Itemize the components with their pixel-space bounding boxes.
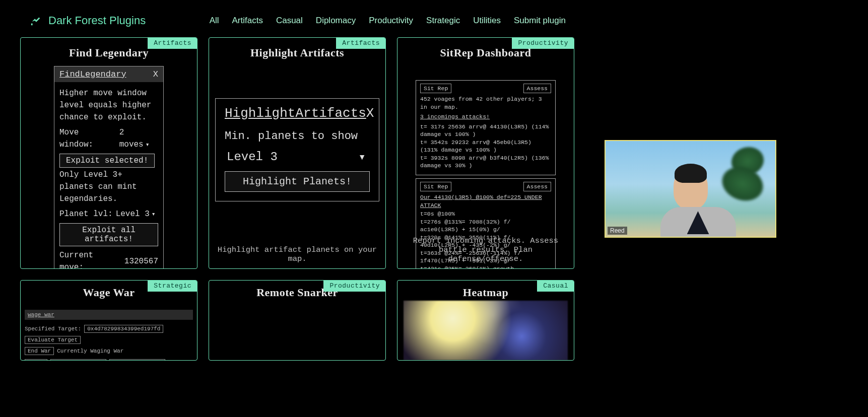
level-select[interactable]: Level 3 ▾ xyxy=(225,143,370,171)
tab-target-priority[interactable]: Target Priority xyxy=(50,359,106,361)
planet-lvl-label: Planet lvl: xyxy=(59,208,113,220)
speaker-figure xyxy=(660,168,721,238)
svg-rect-0 xyxy=(31,24,33,26)
move-window-label: Move window: xyxy=(59,126,116,151)
card-wage-war[interactable]: Strategic Wage War wage war Specified Ta… xyxy=(20,280,197,361)
nav-utilities[interactable]: Utilities xyxy=(473,16,501,26)
assess-button[interactable]: Assess xyxy=(523,84,551,94)
nav-all[interactable]: All xyxy=(210,16,219,26)
level-value: Level 3 xyxy=(227,150,278,164)
sitrep-button[interactable]: Sit Rep xyxy=(420,84,451,94)
nav-submit[interactable]: Submit plugin xyxy=(514,16,566,26)
war-status: Currently Waging War xyxy=(57,348,123,354)
move-window-row: Move window: 2 moves xyxy=(59,126,158,151)
sitrep-line: t= 3932s 8098 arrv@ b3f40(L2R5) (136% da… xyxy=(420,154,551,170)
logo-icon xyxy=(30,15,41,26)
wage-war-header: wage war xyxy=(25,310,193,320)
evaluate-target-button[interactable]: Evaluate Target xyxy=(25,336,81,344)
plugin-window-body: Min. planets to show Level 3 ▾ Highlight… xyxy=(216,125,379,201)
wage-war-body: wage war Specified Target: 0x4d782998343… xyxy=(25,310,193,361)
target-label: Specified Target: xyxy=(25,326,81,332)
tabs-row: Stats Target Priority My Participants xyxy=(25,359,193,361)
brand[interactable]: Dark Forest Plugins xyxy=(30,14,146,27)
chevron-down-icon: ▾ xyxy=(359,150,366,164)
brand-text: Dark Forest Plugins xyxy=(48,14,146,27)
category-tag: Productivity xyxy=(512,37,574,49)
main-content: Dark Forest Plugins All Artifacts Casual… xyxy=(0,0,596,417)
wage-war-label: wage war xyxy=(28,312,54,318)
move-window-select[interactable]: 2 moves xyxy=(119,126,158,151)
target-row: Specified Target: 0x4d78299834399ed197fd… xyxy=(25,325,193,344)
assess-button[interactable]: Assess xyxy=(523,182,551,192)
sitrep-top-row: Sit Rep Assess xyxy=(420,84,551,94)
sitrep-line: t=0s @100% xyxy=(420,210,551,218)
sitrep-line: t=276s @131%= 7088(32%) f/ ac1e0(L3R5) +… xyxy=(420,218,551,234)
card-sitrep[interactable]: Productivity SitRep Dashboard Sit Rep As… xyxy=(397,37,574,269)
status-row: End War Currently Waging War xyxy=(25,347,193,355)
nav-diplomacy[interactable]: Diplomacy xyxy=(316,16,356,26)
sitrep-button[interactable]: Sit Rep xyxy=(420,182,451,192)
current-move-row: Current move: 1320567 xyxy=(59,249,158,269)
planet-lvl-select[interactable]: Level 3 xyxy=(116,208,156,220)
sitrep-panel-1: Sit Rep Assess 452 voages from 42 other … xyxy=(416,80,556,175)
speaker-name: Reed xyxy=(608,227,627,235)
close-icon[interactable]: X xyxy=(153,70,158,79)
sitrep-line: t= 3542s 29232 arrv@ 45eb0(L3R5) (131% d… xyxy=(420,138,551,154)
plugin-window: HighlightArtifacts X Min. planets to sho… xyxy=(215,98,379,201)
current-move-label: Current move: xyxy=(59,249,121,269)
nav-productivity[interactable]: Productivity xyxy=(369,16,413,26)
sitrep-alert: 3 incomings attacks! xyxy=(420,113,551,121)
category-tag: Artifacts xyxy=(336,37,386,49)
plugin-window-name: FindLegendary xyxy=(59,70,126,79)
card-highlight-artifacts[interactable]: Artifacts Highlight Artifacts HighlightA… xyxy=(209,37,386,269)
plugin-window: FindLegendary X Higher move window level… xyxy=(54,66,164,269)
nav-casual[interactable]: Casual xyxy=(276,16,303,26)
target-value: 0x4d78299834399ed197fd xyxy=(84,325,163,333)
nav-strategic[interactable]: Strategic xyxy=(426,16,460,26)
highlight-planets-button[interactable]: Highlight Planets! xyxy=(225,171,370,192)
plugin-window-body: Higher move window level equals higher c… xyxy=(54,82,163,269)
plugin-window-header: FindLegendary X xyxy=(54,66,163,82)
exploit-selected-button[interactable]: Exploit selected! xyxy=(59,154,155,168)
card-heatmap[interactable]: Casual Heatmap xyxy=(397,280,574,361)
tab-stats[interactable]: Stats xyxy=(25,359,47,361)
sitrep-line: t= 317s 25636 arrv@ 44130(L3R5) (114% da… xyxy=(420,123,551,138)
tab-my-participants[interactable]: My Participants xyxy=(109,359,165,361)
close-icon[interactable]: X xyxy=(366,106,374,121)
card-find-legendary[interactable]: Artifacts Find Legendary FindLegendary X… xyxy=(20,37,197,269)
card-footer: Highlight artifact planets on your map. xyxy=(209,245,385,263)
current-move-value: 1320567 xyxy=(124,255,158,267)
plugin-window-header: HighlightArtifacts X xyxy=(216,99,379,125)
nav: All Artifacts Casual Diplomacy Productiv… xyxy=(210,16,566,26)
under-attack: Our 44130(L3R5) @100% def=225 UNDER ATTA… xyxy=(420,193,551,209)
category-tag: Casual xyxy=(537,280,574,292)
sitrep-line: t=421s @25%= 268(1%) growth xyxy=(420,265,551,269)
mint-note: Only Level 3+ planets can mint Legendari… xyxy=(59,169,158,205)
category-tag: Artifacts xyxy=(148,37,197,49)
heatmap-preview xyxy=(404,301,568,360)
end-war-button[interactable]: End War xyxy=(25,347,54,355)
card-footer: Report incoming attacks. Assess battle r… xyxy=(397,236,574,263)
nav-artifacts[interactable]: Artifacts xyxy=(232,16,263,26)
min-planets-label: Min. planets to show xyxy=(225,130,370,143)
plugin-grid: Artifacts Find Legendary FindLegendary X… xyxy=(20,37,576,361)
header: Dark Forest Plugins All Artifacts Casual… xyxy=(20,0,576,37)
webcam-overlay: Reed xyxy=(605,140,776,238)
sitrep-summary: 452 voages from 42 other players; 3 in o… xyxy=(420,95,551,111)
card-remote-snarker[interactable]: Productivity Remote Snarker xyxy=(209,280,386,361)
category-tag: Productivity xyxy=(323,280,386,292)
desc-text: Higher move window level equals higher c… xyxy=(59,87,158,123)
exploit-all-button[interactable]: Exploit all artifacts! xyxy=(59,223,158,246)
sitrep-top-row: Sit Rep Assess xyxy=(420,182,551,192)
planet-lvl-row: Planet lvl: Level 3 xyxy=(59,208,158,220)
plugin-window-name: HighlightArtifacts xyxy=(225,106,366,121)
category-tag: Strategic xyxy=(148,280,197,292)
